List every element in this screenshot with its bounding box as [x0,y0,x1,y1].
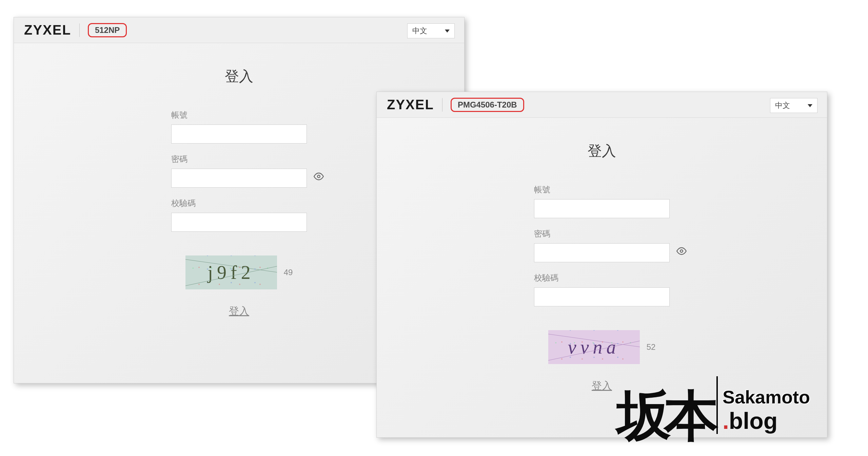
watermark-dot: . [723,408,729,434]
divider [79,23,80,37]
password-input[interactable] [171,169,307,188]
model-badge: PMG4506-T20B [451,98,524,112]
captcha-label: 校驗碼 [534,272,670,283]
watermark-blog: blog [729,408,778,434]
language-select[interactable]: 中文 [407,23,455,38]
password-input[interactable] [534,243,670,262]
header: ZYXEL PMG4506-T20B 中文 [377,92,827,118]
account-label: 帳號 [534,184,670,195]
svg-point-1 [680,250,683,252]
password-field-group: 密碼 [171,154,307,188]
captcha-row: j9f2 49 [185,255,293,289]
login-title: 登入 [588,141,616,160]
header: ZYXEL 512NP 中文 [14,17,464,43]
watermark-text: Sakamoto .blog [723,386,810,434]
account-input[interactable] [171,125,307,144]
account-label: 帳號 [171,110,307,120]
login-button[interactable]: 登入 [229,304,249,318]
account-field-group: 帳號 [534,184,670,218]
login-form: 登入 帳號 密碼 校驗碼 vvna 52 登入 [377,118,827,393]
captcha-image[interactable]: j9f2 [185,255,277,289]
captcha-input[interactable] [534,287,670,306]
captcha-text: vvna [568,336,620,358]
chevron-down-icon [445,30,450,33]
show-password-icon[interactable] [676,246,687,258]
watermark-separator [716,376,718,434]
login-button[interactable]: 登入 [592,379,612,393]
zyxel-logo: ZYXEL [24,22,71,38]
model-badge: 512NP [88,23,127,37]
captcha-timer: 52 [647,342,656,352]
watermark-line1: Sakamoto [723,386,810,407]
captcha-text: j9f2 [208,262,255,283]
captcha-row: vvna 52 [548,330,656,364]
watermark-line2: .blog [723,407,810,434]
password-field-group: 密碼 [534,228,670,262]
account-input[interactable] [534,199,670,218]
chevron-down-icon [808,104,812,107]
login-window-2: ZYXEL PMG4506-T20B 中文 登入 帳號 密碼 校驗碼 [376,92,827,438]
captcha-image[interactable]: vvna [548,330,640,364]
captcha-timer: 49 [284,268,293,277]
password-label: 密碼 [534,228,670,239]
password-label: 密碼 [171,154,307,165]
language-selected-text: 中文 [412,26,427,36]
watermark: 坂本 Sakamoto .blog [617,376,810,441]
login-title: 登入 [225,67,253,86]
svg-point-0 [317,175,320,178]
zyxel-logo: ZYXEL [387,97,434,112]
captcha-field-group: 校驗碼 [171,198,307,232]
captcha-field-group: 校驗碼 [534,272,670,306]
account-field-group: 帳號 [171,110,307,144]
show-password-icon[interactable] [314,171,324,183]
captcha-label: 校驗碼 [171,198,307,209]
captcha-input[interactable] [171,213,307,232]
divider [442,98,442,112]
watermark-brush: 坂本 [617,392,712,441]
language-selected-text: 中文 [775,100,790,111]
language-select[interactable]: 中文 [770,98,817,113]
